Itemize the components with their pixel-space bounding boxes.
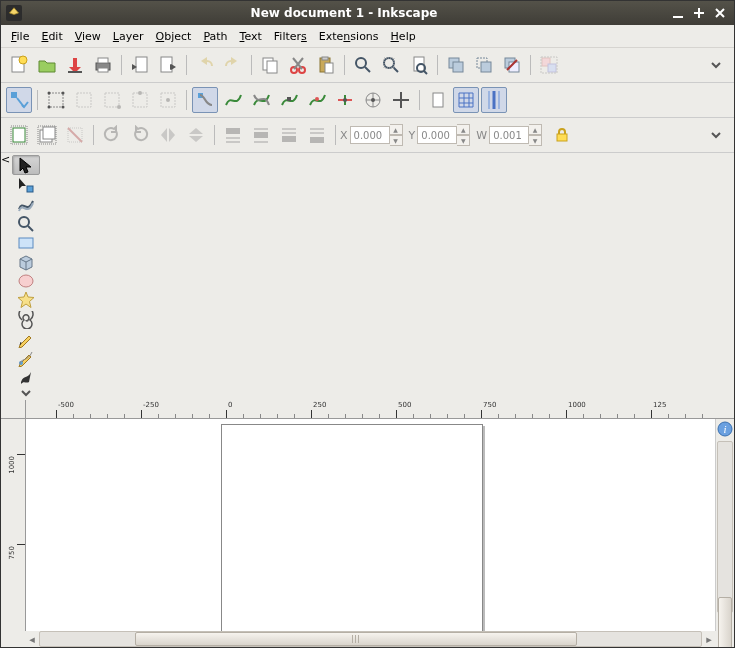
clone-button[interactable]: [471, 52, 497, 78]
group-button[interactable]: [536, 52, 562, 78]
snap-midpoint-button[interactable]: [332, 87, 358, 113]
new-document-button[interactable]: [6, 52, 32, 78]
snap-cusp-button[interactable]: [276, 87, 302, 113]
import-button[interactable]: [127, 52, 153, 78]
titlebar[interactable]: New document 1 - Inkscape: [1, 1, 734, 25]
svg-point-37: [48, 106, 51, 109]
spiral-tool[interactable]: [12, 310, 40, 328]
snap-guide-button[interactable]: [481, 87, 507, 113]
redo-button[interactable]: [220, 52, 246, 78]
deselect-button[interactable]: [62, 122, 88, 148]
snap-nodes-button[interactable]: [192, 87, 218, 113]
menu-path[interactable]: Path: [197, 28, 233, 45]
hscroll-right-button[interactable]: ▸: [702, 633, 716, 646]
snap-grid-button[interactable]: [453, 87, 479, 113]
canvas-viewport[interactable]: [26, 419, 715, 631]
tool-options-overflow-button[interactable]: [703, 122, 729, 148]
toolbox-more-button[interactable]: [12, 387, 40, 399]
w-field[interactable]: W0.001▲▼: [476, 124, 542, 146]
snap-bbox-corner-button[interactable]: [99, 87, 125, 113]
horizontal-ruler[interactable]: -500-25002505007501000125: [26, 400, 716, 419]
open-button[interactable]: [34, 52, 60, 78]
ellipse-tool[interactable]: [12, 272, 40, 290]
y-coord-field[interactable]: Y0.000▲▼: [409, 124, 471, 146]
x-coord-field[interactable]: X0.000▲▼: [340, 124, 403, 146]
svg-text:i: i: [723, 423, 726, 435]
maximize-button[interactable]: [690, 4, 708, 22]
paste-button[interactable]: [313, 52, 339, 78]
vertical-ruler[interactable]: 1000750500250: [1, 419, 26, 631]
menu-object[interactable]: Object: [150, 28, 198, 45]
horizontal-scrollbar-thumb[interactable]: [135, 632, 577, 646]
tweak-tool[interactable]: [12, 195, 40, 213]
rectangle-tool[interactable]: [12, 234, 40, 252]
select-all-button[interactable]: [6, 122, 32, 148]
menu-layer[interactable]: Layer: [107, 28, 150, 45]
svg-rect-61: [226, 128, 240, 134]
svg-point-51: [371, 98, 375, 102]
menu-filters[interactable]: Filters: [268, 28, 313, 45]
select-all-layers-button[interactable]: [34, 122, 60, 148]
snap-bbox-center-button[interactable]: [155, 87, 181, 113]
inkscape-window: New document 1 - Inkscape File Edit View…: [0, 0, 735, 648]
flip-v-button[interactable]: [183, 122, 209, 148]
svg-rect-62: [254, 128, 268, 130]
raise-top-button[interactable]: [220, 122, 246, 148]
undo-button[interactable]: [192, 52, 218, 78]
toolbar-overflow-button[interactable]: [703, 52, 729, 78]
svg-rect-13: [267, 61, 277, 73]
bezier-tool[interactable]: [12, 349, 40, 367]
lower-button[interactable]: [276, 122, 302, 148]
menu-edit[interactable]: Edit: [35, 28, 68, 45]
menu-file[interactable]: File: [5, 28, 35, 45]
close-button[interactable]: [711, 4, 729, 22]
node-tool[interactable]: [12, 176, 40, 194]
menu-text[interactable]: Text: [234, 28, 268, 45]
snap-intersection-button[interactable]: [248, 87, 274, 113]
rotate-ccw-button[interactable]: [99, 122, 125, 148]
export-button[interactable]: [155, 52, 181, 78]
pencil-tool[interactable]: [12, 330, 40, 348]
zoom-page-button[interactable]: [406, 52, 432, 78]
svg-rect-10: [136, 57, 147, 72]
hscroll-left-button[interactable]: ◂: [25, 633, 39, 646]
selector-tool[interactable]: [12, 155, 40, 175]
unlink-clone-button[interactable]: [499, 52, 525, 78]
calligraphy-tool[interactable]: [12, 368, 40, 386]
snap-bbox-edge-button[interactable]: [71, 87, 97, 113]
raise-button[interactable]: [248, 122, 274, 148]
snap-rotation-center-button[interactable]: [388, 87, 414, 113]
rotate-cw-button[interactable]: [127, 122, 153, 148]
snap-bbox-midpoint-button[interactable]: [127, 87, 153, 113]
svg-rect-68: [310, 128, 324, 130]
duplicate-button[interactable]: [443, 52, 469, 78]
vertical-scrollbar[interactable]: [717, 441, 733, 613]
flip-h-button[interactable]: [155, 122, 181, 148]
save-button[interactable]: [62, 52, 88, 78]
print-button[interactable]: [90, 52, 116, 78]
ruler-corner[interactable]: [1, 400, 26, 419]
cut-button[interactable]: [285, 52, 311, 78]
lower-bottom-button[interactable]: [304, 122, 330, 148]
vertical-scrollbar-thumb[interactable]: [718, 597, 732, 648]
snap-center-button[interactable]: [360, 87, 386, 113]
menu-extensions[interactable]: Extensions: [313, 28, 385, 45]
3dbox-tool[interactable]: [12, 253, 40, 271]
info-icon[interactable]: i: [717, 421, 733, 437]
minimize-button[interactable]: [669, 4, 687, 22]
menu-view[interactable]: View: [69, 28, 107, 45]
star-tool[interactable]: [12, 291, 40, 309]
snap-smooth-button[interactable]: [304, 87, 330, 113]
copy-button[interactable]: [257, 52, 283, 78]
menu-help[interactable]: Help: [385, 28, 422, 45]
horizontal-scrollbar[interactable]: [39, 631, 702, 647]
zoom-selection-button[interactable]: [350, 52, 376, 78]
zoom-tool[interactable]: [12, 214, 40, 232]
svg-rect-18: [325, 63, 333, 73]
snap-path-button[interactable]: [220, 87, 246, 113]
lock-aspect-button[interactable]: [549, 122, 575, 148]
snap-page-border-button[interactable]: [425, 87, 451, 113]
snap-enable-button[interactable]: [6, 87, 32, 113]
snap-bbox-button[interactable]: [43, 87, 69, 113]
zoom-drawing-button[interactable]: [378, 52, 404, 78]
